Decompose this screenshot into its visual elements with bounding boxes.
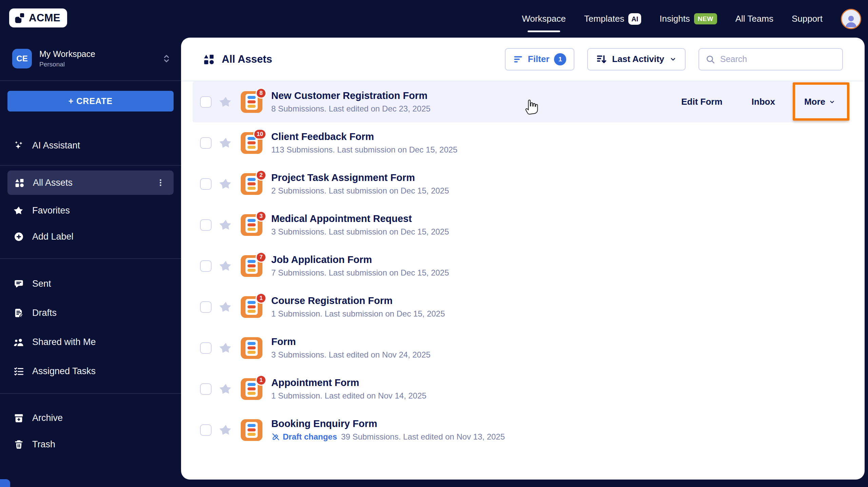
form-field-bar — [248, 141, 256, 144]
favorite-star-icon[interactable] — [219, 300, 233, 314]
sidebar-item-label: Trash — [32, 439, 55, 450]
form-icon-wrap: 1 — [241, 296, 262, 318]
form-field-bar — [248, 105, 256, 108]
row-texts: Appointment Form1 Submission. Last edite… — [271, 377, 427, 401]
kebab-menu-button[interactable] — [155, 177, 166, 188]
acme-logo[interactable]: ACME — [9, 8, 67, 27]
filter-button[interactable]: Filter 1 — [505, 48, 575, 70]
sidebar-item-shared-with-me[interactable]: Shared with Me — [0, 331, 181, 352]
row-checkbox[interactable] — [200, 424, 212, 436]
nav-item-templates[interactable]: TemplatesAI — [584, 0, 642, 38]
asset-meta-text: 7 Submissions. Last submission on Dec 15… — [271, 268, 449, 278]
row-checkbox[interactable] — [200, 383, 212, 395]
row-checkbox[interactable] — [200, 219, 212, 231]
row-checkbox[interactable] — [200, 137, 212, 149]
form-field-bar — [248, 228, 256, 231]
asset-title: Medical Appointment Request — [271, 213, 449, 224]
more-button-annotation — [793, 82, 849, 121]
sidebar-item-trash[interactable]: Trash — [0, 434, 181, 455]
asset-row[interactable]: 10Client Feedback Form113 Submissions. L… — [193, 122, 847, 163]
favorite-star-icon[interactable] — [219, 136, 233, 150]
nav-label: Insights — [659, 14, 690, 24]
drafts-icon — [14, 308, 24, 318]
row-texts: Project Task Assignment Form2 Submission… — [271, 172, 449, 196]
asset-row[interactable]: Booking Enquiry FormDraft changes39 Subm… — [193, 409, 847, 450]
active-nav-underline — [528, 31, 560, 32]
asset-meta-text: 3 Submissions. Last submission on Dec 15… — [271, 227, 449, 237]
favorite-star-icon[interactable] — [219, 423, 233, 437]
form-page-glyph — [245, 94, 258, 110]
form-field-bar — [248, 301, 256, 304]
form-page-glyph — [245, 217, 258, 233]
top-nav: WorkspaceTemplatesAIInsightsNEWAll Teams… — [522, 0, 868, 38]
asset-row[interactable]: 8New Customer Registration Form8 Submiss… — [193, 81, 847, 122]
workspace-name: My Workspace — [39, 49, 95, 59]
nav-label: All Teams — [735, 14, 773, 24]
favorite-star-icon[interactable] — [219, 382, 233, 396]
sidebar: CE My Workspace Personal + CREATE AI Ass… — [0, 38, 181, 487]
form-icon-wrap — [241, 419, 262, 441]
sidebar-item-ai-assistant[interactable]: AI Assistant — [0, 135, 181, 156]
asset-row[interactable]: 1Appointment Form1 Submission. Last edit… — [193, 368, 847, 409]
asset-row[interactable]: 7Job Application Form7 Submissions. Last… — [193, 245, 847, 286]
sidebar-item-drafts[interactable]: Drafts — [0, 302, 181, 323]
asset-row[interactable]: 3Medical Appointment Request3 Submission… — [193, 204, 847, 245]
row-checkbox[interactable] — [200, 96, 212, 108]
form-icon-wrap: 8 — [241, 91, 262, 113]
nav-item-all-teams[interactable]: All Teams — [735, 0, 773, 38]
search-input[interactable] — [720, 54, 836, 64]
chat-widget-peek[interactable] — [0, 479, 10, 487]
sidebar-item-archive[interactable]: Archive — [0, 407, 181, 428]
asset-meta-text: 39 Submissions. Last edited on Nov 13, 2… — [341, 432, 505, 442]
sidebar-group-footer: ArchiveTrash — [0, 407, 181, 455]
row-checkbox[interactable] — [200, 342, 212, 354]
form-field-bar — [248, 310, 256, 313]
sidebar-item-all-assets[interactable]: All Assets — [7, 170, 174, 195]
sidebar-item-add-label[interactable]: Add Label — [0, 226, 181, 247]
user-avatar[interactable] — [841, 9, 861, 29]
workspace-selector[interactable]: CE My Workspace Personal — [12, 47, 172, 70]
row-checkbox[interactable] — [200, 301, 212, 313]
sidebar-item-sent[interactable]: Sent — [0, 273, 181, 294]
edit-form-button[interactable]: Edit Form — [681, 97, 722, 107]
workspace-texts: My Workspace Personal — [39, 49, 95, 68]
asset-row[interactable]: Form3 Submissions. Last edited on Nov 24… — [193, 327, 847, 368]
form-field-bar — [248, 424, 256, 427]
form-field-bar — [248, 351, 256, 354]
sort-button[interactable]: Last Activity — [587, 48, 686, 70]
create-button[interactable]: + CREATE — [7, 91, 174, 111]
favorite-star-icon[interactable] — [219, 218, 233, 232]
sort-label: Last Activity — [612, 54, 664, 64]
row-checkbox[interactable] — [200, 260, 212, 272]
nav-item-workspace[interactable]: Workspace — [522, 0, 566, 38]
row-texts: Job Application Form7 Submissions. Last … — [271, 254, 449, 278]
draft-changes-flag[interactable]: Draft changes — [271, 432, 337, 442]
unread-count-badge: 10 — [253, 129, 267, 140]
nav-item-insights[interactable]: InsightsNEW — [659, 0, 717, 38]
new-badge: NEW — [694, 13, 717, 24]
favorite-star-icon[interactable] — [219, 95, 233, 109]
nav-item-support[interactable]: Support — [792, 0, 823, 38]
sidebar-item-favorites[interactable]: Favorites — [0, 200, 181, 221]
form-page-glyph — [245, 299, 258, 315]
asset-meta-text: 1 Submission. Last edited on Nov 14, 202… — [271, 391, 427, 401]
archive-icon — [14, 413, 24, 423]
form-field-bar — [248, 223, 256, 226]
form-icon-wrap: 3 — [241, 214, 262, 236]
favorite-star-icon[interactable] — [219, 259, 233, 273]
app-root: ACME WorkspaceTemplatesAIInsightsNEWAll … — [0, 0, 868, 487]
asset-title: Course Registration Form — [271, 295, 445, 306]
favorite-star-icon[interactable] — [219, 341, 233, 355]
asset-row[interactable]: 1Course Registration Form1 Submission. L… — [193, 286, 847, 327]
asset-meta-text: 8 Submissions. Last edited on Dec 23, 20… — [271, 104, 431, 114]
sidebar-item-assigned-tasks[interactable]: Assigned Tasks — [0, 361, 181, 382]
inbox-button[interactable]: Inbox — [752, 97, 775, 107]
form-field-bar — [248, 305, 256, 308]
asset-meta: 113 Submissions. Last submission on Dec … — [271, 145, 457, 155]
shared-icon — [14, 337, 24, 347]
form-field-bar — [248, 100, 256, 103]
favorite-star-icon[interactable] — [219, 177, 233, 191]
asset-row[interactable]: 2Project Task Assignment Form2 Submissio… — [193, 163, 847, 204]
sidebar-item-label: Assigned Tasks — [32, 366, 96, 377]
row-checkbox[interactable] — [200, 178, 212, 190]
